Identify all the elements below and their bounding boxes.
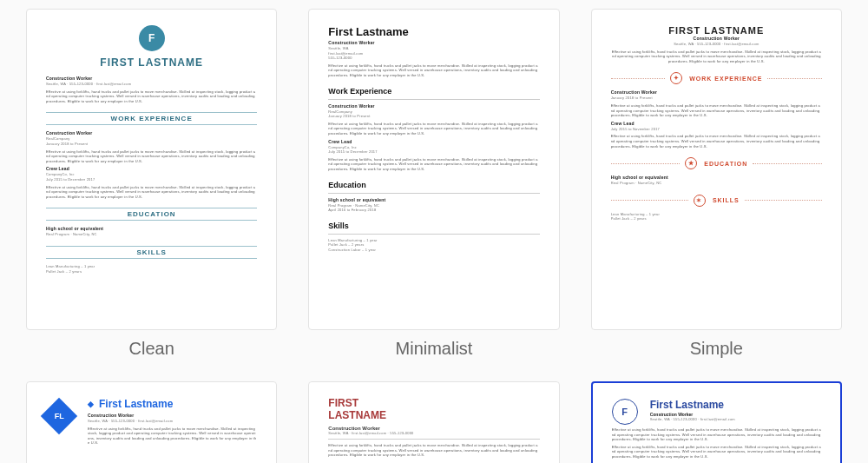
- section-heading-edu: Education: [328, 181, 539, 189]
- resume-name: FIRSTLASTNAME: [328, 398, 539, 422]
- edu-school: High school or equivalent: [328, 197, 539, 203]
- template-grid: F FIRST LASTNAME Construction Worker Sea…: [0, 0, 868, 463]
- section-heading-skills: SKILLS: [46, 246, 257, 259]
- job-title: Construction Worker: [611, 89, 822, 96]
- avatar-diamond: FL: [41, 398, 77, 434]
- job-dates: January 2018 to Present: [611, 96, 822, 101]
- subtitle: Construction Worker: [328, 40, 539, 46]
- edu-program: Real Program · NameCity, NC: [46, 232, 257, 237]
- subtitle: Construction Worker: [46, 76, 257, 82]
- resume-name: FIRST LASTNAME: [611, 25, 822, 36]
- resume-name: First Lastname: [650, 399, 821, 411]
- job-dates: July 2015 to November 2017: [611, 127, 822, 132]
- job-desc: Effective at using forklifts, hand truck…: [46, 149, 257, 164]
- divider: [328, 234, 539, 235]
- summary-text: Effective at using forklifts, hand truck…: [328, 63, 539, 78]
- template-card-clean[interactable]: F FIRST LASTNAME Construction Worker Sea…: [26, 9, 277, 330]
- template-cell-professional: F First Lastname Construction Worker Sea…: [591, 381, 842, 463]
- template-card-minimalist[interactable]: First Lastname Construction Worker Seatt…: [308, 9, 559, 330]
- summary-text: Effective at using forklifts, hand truck…: [46, 89, 257, 104]
- resume-name: FIRST LASTNAME: [46, 56, 257, 69]
- job-title: Construction Worker: [328, 103, 539, 109]
- job-desc: Effective at using forklifts, hand truck…: [328, 122, 539, 136]
- summary-text: Effective at using forklifts, hand truck…: [612, 427, 821, 442]
- section-heading-skills: ✶SKILLS: [611, 195, 822, 207]
- template-cell-clean: F FIRST LASTNAME Construction Worker Sea…: [26, 9, 277, 359]
- template-card-elegant[interactable]: FL First Lastname Construction Worker Se…: [26, 381, 277, 463]
- template-cell-modern: FIRSTLASTNAME Construction Worker Seattl…: [308, 381, 559, 463]
- job-desc: Effective at using forklifts, hand truck…: [328, 157, 539, 172]
- job-dates: July 2015 to December 2017: [46, 177, 257, 182]
- edu-program: Real Program · NameCity, NC: [611, 181, 822, 186]
- section-heading-edu: ★EDUCATION: [611, 157, 822, 169]
- job-title: Crew Lead: [328, 139, 539, 145]
- graduation-icon: ★: [685, 157, 697, 169]
- section-heading-skills: Skills: [328, 222, 539, 230]
- job-desc: Effective at using forklifts, hand truck…: [611, 134, 822, 149]
- resume-name: First Lastname: [328, 25, 539, 38]
- template-card-modern[interactable]: FIRSTLASTNAME Construction Worker Seattl…: [308, 381, 559, 463]
- edu-school: High school or equivalent: [46, 226, 257, 232]
- avatar-circle: F: [612, 399, 638, 425]
- job-title: Construction Worker: [46, 130, 257, 136]
- section-heading-edu: EDUCATION: [46, 208, 257, 221]
- template-label: Clean: [129, 339, 174, 359]
- template-label: Minimalist: [396, 339, 473, 359]
- skill-item: Pallet Jack – 2 years: [611, 216, 822, 222]
- divider: [328, 193, 539, 194]
- template-cell-simple: FIRST LASTNAME Construction Worker Seatt…: [591, 9, 842, 359]
- resume-name: First Lastname: [88, 398, 257, 410]
- job-dates: January 2018 to Present: [46, 142, 257, 147]
- job-desc: Effective at using forklifts, hand truck…: [611, 103, 822, 118]
- briefcase-icon: ✦: [670, 72, 682, 84]
- template-card-professional[interactable]: F First Lastname Construction Worker Sea…: [591, 381, 842, 463]
- star-icon: ✶: [694, 195, 706, 207]
- section-heading-work: Work Experience: [328, 87, 539, 96]
- summary-text: Effective at using forklifts, hand truck…: [328, 443, 539, 458]
- edu-dates: April 2016 to February 2018: [328, 208, 539, 213]
- template-card-simple[interactable]: FIRST LASTNAME Construction Worker Seatt…: [591, 9, 842, 330]
- subtitle: Construction Worker: [88, 413, 257, 419]
- section-heading-work: ✦WORK EXPERIENCE: [611, 72, 822, 84]
- skill-item: Pallet Jack – 2 years: [46, 269, 257, 274]
- contact-line: Seattle, WA · 555-123-0000 · first.last@…: [611, 42, 822, 47]
- summary-text: Effective at using forklifts, hand truck…: [612, 445, 821, 460]
- contact-line: Seattle, WA · 555-123-0000 · first.last@…: [650, 417, 821, 422]
- template-cell-elegant: FL First Lastname Construction Worker Se…: [26, 381, 277, 463]
- contact-line: 555-123-0000: [328, 56, 539, 61]
- job-title: Crew Lead: [46, 166, 257, 172]
- summary-text: Effective at using forklifts, hand truck…: [611, 50, 822, 64]
- job-desc: Effective at using forklifts, hand truck…: [46, 185, 257, 200]
- contact-line: Seattle, WA · 555-123-0000 · first.last@…: [88, 419, 257, 424]
- template-cell-minimalist: First Lastname Construction Worker Seatt…: [308, 9, 559, 359]
- skill-item: Construction Labor – 1 year: [328, 248, 539, 253]
- subtitle: Construction Worker: [611, 36, 822, 42]
- avatar-badge: F: [139, 25, 165, 51]
- summary-text: Effective at using forklifts, hand truck…: [88, 427, 257, 446]
- divider: [328, 99, 539, 100]
- job-dates: July 2015 to December 2017: [328, 149, 539, 155]
- edu-school: High school or equivalent: [611, 175, 822, 181]
- divider: [328, 439, 539, 440]
- contact-line: Seattle, WA · first.last@email.com · 555…: [328, 431, 539, 436]
- job-title: Crew Lead: [611, 121, 822, 127]
- section-heading-work: WORK EXPERIENCE: [46, 112, 257, 125]
- template-label: Simple: [690, 339, 743, 359]
- contact-line: Seattle, WA · 555-123-0000 · first.last@…: [46, 82, 257, 87]
- job-dates: January 2018 to Present: [328, 114, 539, 119]
